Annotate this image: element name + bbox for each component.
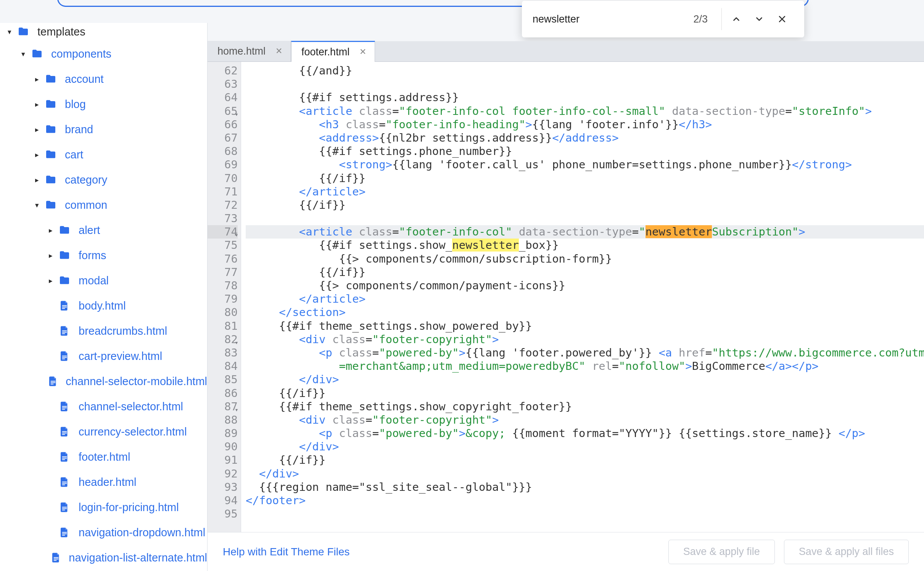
find-query-input[interactable]: newsletter (533, 13, 693, 25)
code-line[interactable]: </section> (246, 306, 924, 319)
tree-folder-modal[interactable]: ▸modal (0, 268, 207, 293)
tree-file-login-for-pricing-html[interactable]: login-for-pricing.html (0, 495, 207, 520)
code-line[interactable]: =merchant&amp;utm_medium=poweredbyBC" re… (246, 360, 924, 373)
tree-folder-account[interactable]: ▸account (0, 66, 207, 92)
tree-file-body-html[interactable]: body.html (0, 293, 207, 318)
tree-folder-components[interactable]: ▾components (0, 41, 207, 66)
tab-close-icon[interactable]: ✕ (275, 46, 282, 56)
tree-folder-cart[interactable]: ▸cart (0, 142, 207, 167)
tree-item-label: blog (65, 98, 86, 111)
tree-twisty-icon[interactable]: ▸ (31, 150, 43, 159)
code-line[interactable]: {{/if}} (246, 266, 924, 279)
editor-main: home.html✕footer.html✕ 62636465666768697… (208, 41, 924, 571)
code-line[interactable]: {{> components/common/payment-icons}} (246, 279, 924, 292)
code-line[interactable] (246, 77, 924, 91)
code-line[interactable]: {{> components/common/subscription-form}… (246, 252, 924, 266)
tree-file-channel-selector-html[interactable]: channel-selector.html (0, 394, 207, 419)
folder-icon (43, 198, 58, 212)
code-area[interactable]: {{/and}} {{#if settings.address}} <artic… (241, 62, 924, 532)
tree-folder-brand[interactable]: ▸brand (0, 117, 207, 142)
code-line[interactable]: <div class="footer-copyright"> (246, 333, 924, 346)
code-line[interactable]: <strong>{{lang 'footer.call_us' phone_nu… (246, 158, 924, 171)
code-line[interactable] (246, 212, 924, 225)
tree-twisty-icon[interactable]: ▸ (44, 226, 57, 235)
code-line[interactable]: {{/if}} (246, 172, 924, 185)
file-icon (57, 349, 72, 363)
tree-twisty-icon[interactable]: ▸ (31, 176, 43, 184)
code-line[interactable] (246, 507, 924, 521)
tree-twisty-icon[interactable]: ▸ (31, 100, 43, 109)
tree-twisty-icon[interactable]: ▸ (44, 251, 57, 260)
code-line[interactable]: {{/if}} (246, 387, 924, 400)
tree-file-navigation-list-alternate-html[interactable]: navigation-list-alternate.html (0, 545, 207, 570)
tree-file-cart-preview-html[interactable]: cart-preview.html (0, 344, 207, 369)
line-number: 77 (208, 266, 238, 279)
line-number: 65 (208, 105, 238, 118)
tree-file-header-html[interactable]: header.html (0, 469, 207, 495)
find-prev-button[interactable] (725, 8, 748, 31)
code-line[interactable]: <article class="footer-info-col" data-se… (246, 225, 924, 239)
tree-twisty-icon[interactable]: ▸ (31, 75, 43, 84)
tree-twisty-icon[interactable]: ▾ (31, 201, 43, 210)
save-apply-all-button[interactable]: Save & apply all files (784, 540, 909, 564)
tree-file-navigation-dropdown-html[interactable]: navigation-dropdown.html (0, 520, 207, 545)
line-number: 92 (208, 467, 238, 481)
code-line[interactable]: </div> (246, 373, 924, 386)
code-line[interactable]: {{#if theme_settings.show_powered_by}} (246, 319, 924, 333)
code-editor[interactable]: 6263646566676869707172737475767778798081… (208, 62, 924, 532)
code-line[interactable]: {{#if settings.phone_number}} (246, 145, 924, 158)
svg-rect-2 (62, 305, 67, 306)
code-line[interactable]: </div> (246, 440, 924, 453)
code-line[interactable]: {{/if}} (246, 198, 924, 212)
folder-icon (43, 97, 58, 111)
code-line[interactable]: {{#if settings.address}} (246, 91, 924, 104)
find-close-button[interactable] (771, 8, 794, 31)
code-line[interactable]: <address>{{nl2br settings.address}}</add… (246, 131, 924, 145)
tree-file-footer-html[interactable]: footer.html (0, 444, 207, 469)
line-number: 62 (208, 64, 238, 77)
tree-folder-forms[interactable]: ▸forms (0, 243, 207, 268)
tree-file-channel-selector-mobile-html[interactable]: channel-selector-mobile.html (0, 369, 207, 394)
line-number: 94 (208, 494, 238, 507)
svg-rect-9 (62, 357, 67, 358)
tree-item-label: navigation-dropdown.html (79, 526, 205, 539)
tree-file-breadcrumbs-html[interactable]: breadcrumbs.html (0, 318, 207, 344)
help-link[interactable]: Help with Edit Theme Files (223, 546, 350, 558)
code-line[interactable]: {{/and}} (246, 64, 924, 77)
code-line[interactable]: <p class="powered-by">{{lang 'footer.pow… (246, 346, 924, 360)
tree-folder-category[interactable]: ▸category (0, 167, 207, 192)
tree-folder-alert[interactable]: ▸alert (0, 218, 207, 243)
code-line[interactable]: </footer> (246, 494, 924, 507)
tree-folder-blog[interactable]: ▸blog (0, 92, 207, 117)
tree-twisty-icon[interactable]: ▾ (17, 50, 30, 58)
svg-rect-33 (54, 559, 59, 560)
code-line[interactable]: </article> (246, 292, 924, 306)
editor-tab-footer-html[interactable]: footer.html✕ (291, 41, 375, 62)
save-apply-file-button[interactable]: Save & apply file (668, 540, 775, 564)
code-line[interactable]: {{#if theme_settings.show_copyright_foot… (246, 400, 924, 413)
svg-rect-26 (62, 507, 67, 508)
tree-twisty-icon[interactable]: ▸ (44, 276, 57, 285)
editor-tabs: home.html✕footer.html✕ (208, 41, 924, 62)
tree-item-label: cart (65, 148, 83, 161)
code-line[interactable]: {{#if settings.show_newsletter_box}} (246, 239, 924, 252)
code-line[interactable]: <div class="footer-copyright"> (246, 413, 924, 427)
tree-item-label: cart-preview.html (79, 350, 162, 363)
code-line[interactable]: {{/if}} (246, 453, 924, 467)
code-line[interactable]: <p class="powered-by">&copy; {{moment fo… (246, 427, 924, 440)
tab-close-icon[interactable]: ✕ (359, 47, 366, 57)
tree-folder-common[interactable]: ▾common (0, 192, 207, 218)
code-line[interactable]: </article> (246, 185, 924, 198)
editor-tab-home-html[interactable]: home.html✕ (208, 41, 291, 61)
code-line[interactable]: <article class="footer-info-col footer-i… (246, 105, 924, 118)
code-line[interactable]: </div> (246, 467, 924, 481)
line-number: 89 (208, 427, 238, 440)
find-next-button[interactable] (748, 8, 771, 31)
tree-twisty-icon[interactable]: ▸ (31, 125, 43, 134)
code-line[interactable]: {{{region name="ssl_site_seal--global"}}… (246, 481, 924, 494)
code-line[interactable]: <h3 class="footer-info-heading">{{lang '… (246, 118, 924, 131)
tree-file-currency-selector-html[interactable]: currency-selector.html (0, 419, 207, 444)
tree-item-label: templates (37, 26, 85, 38)
tree-folder-templates[interactable]: ▾templates (0, 23, 207, 41)
line-number: 83 (208, 346, 238, 360)
